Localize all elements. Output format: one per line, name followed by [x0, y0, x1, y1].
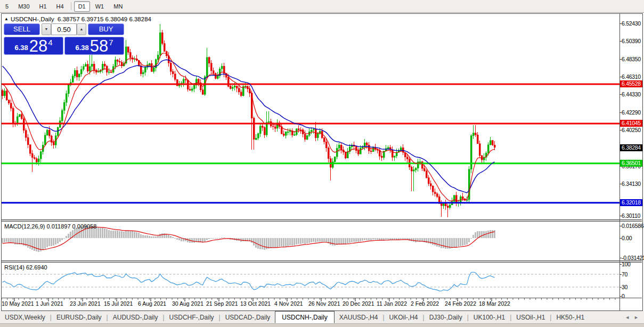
buy-price-box[interactable]: 6.38 58 7 [64, 37, 124, 55]
date-axis-label: 2 Feb 2022 [411, 300, 439, 307]
date-axis-label: 11 Jan 2022 [377, 300, 407, 307]
sell-price-big: 28 [29, 39, 47, 54]
tab-scroll-left-icon[interactable]: ◄ [625, 315, 630, 320]
volume-input[interactable] [51, 23, 77, 35]
chevron-up-icon: ▲ [80, 27, 84, 31]
date-axis-label: 21 Sep 2021 [206, 300, 238, 307]
date-axis-label: 10 May 2021 [2, 300, 34, 307]
toolbar-separator [71, 2, 71, 10]
tab-scroll-right-icon[interactable]: ► [634, 315, 639, 320]
sell-button[interactable]: SELL [4, 23, 40, 35]
price-tick-label: 6.42290 [622, 109, 644, 116]
tab-ukoil-h4[interactable]: UKOil-,H4 [385, 311, 423, 323]
collapse-triangle-icon[interactable]: ▲ [4, 17, 9, 21]
chart-symbol-label: USDCNH-,Daily [11, 16, 54, 22]
date-axis-label: 24 Feb 2022 [445, 300, 476, 307]
price-badge: 6.45528 [620, 80, 642, 87]
date-axis-label: 26 Nov 2021 [308, 300, 340, 307]
chart-ohlc-header: ▲USDCNH-,Daily 6.38757 6.39715 6.38049 6… [4, 16, 151, 22]
tab-audusd-daily[interactable]: AUDUSD-,Daily [108, 311, 163, 323]
tab-eurusd-daily[interactable]: EURUSD-,Daily [52, 311, 107, 323]
sell-price-box[interactable]: 6.38 28 4 [4, 37, 63, 55]
rsi-indicator-label: RSI(14) 62.6940 [4, 264, 47, 271]
slow-ma-line [3, 60, 495, 193]
rsi-axis-label: 70 [622, 271, 644, 278]
timeframe-button-mn[interactable]: MN [109, 1, 127, 12]
price-badge: 6.36501 [620, 160, 642, 167]
panel-divider[interactable] [2, 219, 642, 222]
date-axis-label: 18 Mar 2022 [479, 300, 510, 307]
buy-price-big: 58 [90, 39, 108, 54]
volume-decrease-button[interactable]: ▼ [42, 23, 51, 35]
tab-usdcnh-daily[interactable]: USDCNH-,Daily [275, 311, 334, 323]
panel-divider[interactable] [2, 260, 642, 263]
price-tick-label: 6.30110 [622, 212, 644, 219]
timeframe-button-w1[interactable]: W1 [91, 1, 109, 12]
panel-divider [2, 298, 642, 298]
tab-xauusd-h4[interactable]: XAUUSD-,H4 [335, 311, 383, 323]
tab-usdcad-daily[interactable]: USDCAD-,Daily [221, 311, 275, 323]
tab-usoil-h1[interactable]: USOil-,H1 [511, 311, 550, 323]
tab-usdchf-daily[interactable]: USDCHF-,Daily [165, 311, 219, 323]
price-tick-label: 6.40250 [622, 127, 644, 134]
sell-price-sup: 4 [48, 38, 52, 47]
symbol-tab-bar: USDX,Weekly|EURUSD-,Daily|AUDUSD-,Daily|… [0, 311, 644, 324]
tab-hk50-h1[interactable]: HK50-,H1 [551, 311, 589, 323]
date-axis-label: 30 Aug 2021 [172, 300, 203, 307]
tab-uk100-h1[interactable]: UK100-,H1 [469, 311, 510, 323]
buy-button[interactable]: BUY [88, 23, 124, 35]
date-axis-label: 4 Nov 2021 [274, 300, 303, 307]
status-strip [0, 324, 644, 327]
date-axis-label: 23 Jun 2021 [70, 300, 101, 307]
macd-axis-label: 0.00 [622, 235, 644, 242]
timeframe-button-5[interactable]: 5 [1, 1, 13, 12]
price-tick-label: 6.48350 [622, 56, 644, 63]
rsi-axis-label: 100 [622, 261, 644, 268]
timeframe-button-d1[interactable]: D1 [74, 1, 90, 12]
date-axis-label: 6 Aug 2021 [138, 300, 166, 307]
date-axis-label: 13 Oct 2021 [240, 300, 271, 307]
rsi-indicator-panel [2, 263, 619, 298]
one-click-trading-panel: SELL ▼ ▲ BUY 6.38 28 4 6.38 58 7 [4, 23, 124, 55]
chevron-down-icon: ▼ [45, 27, 48, 31]
timeframe-button-h4[interactable]: H4 [52, 1, 68, 12]
buy-price-sup: 7 [109, 38, 113, 47]
date-axis-label: 20 Dec 2021 [343, 300, 374, 307]
macd-indicator-label: MACD(12,26,9) 0.011897 0.009058 [4, 223, 96, 230]
date-axis-label: 15 Jul 2021 [104, 300, 133, 307]
tab-scroll-arrows: ◄► [615, 311, 644, 323]
price-badge: 6.41045 [620, 120, 642, 127]
rsi-axis-label: 0 [622, 293, 644, 300]
rsi-axis-label: 30 [622, 284, 644, 291]
price-tick-label: 6.34130 [622, 181, 644, 187]
date-axis-label: 1 Jun 2021 [36, 300, 63, 307]
sell-price-prefix: 6.38 [14, 44, 28, 52]
timeframe-button-h1[interactable]: H1 [35, 1, 51, 12]
tab-dj30-daily[interactable]: DJ30-,Daily [425, 311, 467, 323]
macd-axis-label: 0.016586 [622, 223, 644, 230]
chart-ohlc-values: 6.38757 6.39715 6.38049 6.38284 [58, 16, 151, 22]
price-tick-label: 6.44330 [622, 91, 644, 98]
tab-usdx-weekly[interactable]: USDX,Weekly [0, 311, 50, 323]
price-tick-label: 6.50390 [622, 38, 644, 45]
price-badge: 6.38284 [620, 144, 642, 151]
timeframe-toolbar: 5M30H1H4D1W1MN [0, 0, 644, 13]
buy-price-prefix: 6.38 [75, 44, 88, 52]
rsi-line [3, 272, 495, 291]
timeframe-button-m30[interactable]: M30 [14, 1, 34, 12]
price-badge: 6.32018 [620, 199, 642, 206]
price-tick-label: 6.46310 [622, 73, 644, 80]
price-tick-label: 6.52430 [622, 20, 644, 27]
volume-increase-button[interactable]: ▲ [77, 23, 86, 35]
